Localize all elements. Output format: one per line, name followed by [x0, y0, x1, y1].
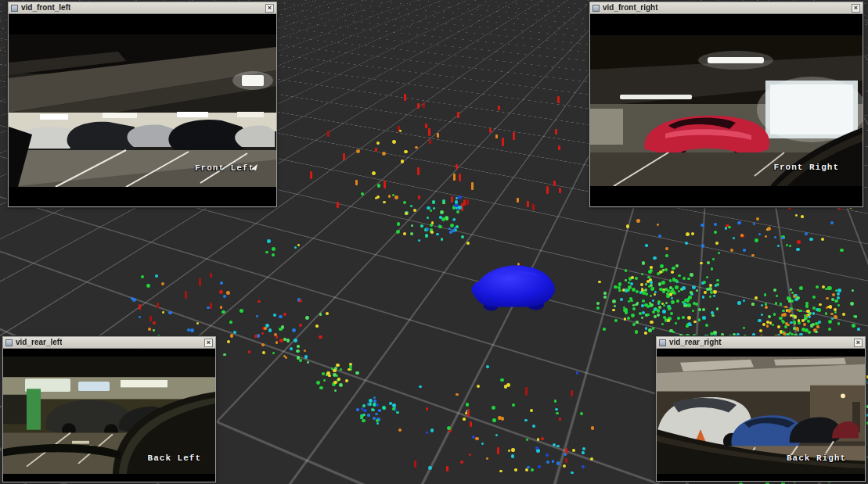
window-title: vid_front_right — [603, 4, 658, 12]
camera-label: Front Left — [195, 163, 254, 173]
video-content: Back Right — [657, 349, 865, 481]
camera-view-rear-right: Back Right — [657, 357, 865, 474]
window-icon — [5, 339, 13, 346]
close-icon[interactable]: × — [852, 4, 860, 13]
window-vid-rear-left: vid_rear_left × — [2, 336, 216, 482]
camera-label: Back Right — [787, 454, 846, 463]
video-content: Front Left — [9, 14, 276, 206]
video-content: Front Right — [590, 14, 863, 206]
close-icon[interactable]: × — [204, 339, 213, 347]
window-title: vid_rear_left — [16, 339, 62, 346]
app-root: { "scene": { "background": "#2d2d2d", "g… — [0, 0, 868, 484]
titlebar-vid-front-left[interactable]: vid_front_left × — [9, 2, 276, 14]
window-vid-front-left: vid_front_left × — [8, 2, 277, 207]
camera-label: Front Right — [773, 163, 839, 172]
window-title: vid_front_left — [21, 4, 70, 12]
camera-label: Back Left — [148, 454, 201, 463]
close-icon[interactable]: × — [265, 4, 274, 13]
titlebar-vid-front-right[interactable]: vid_front_right × — [590, 2, 863, 14]
window-vid-front-right: vid_front_right × — [589, 2, 863, 207]
close-icon[interactable]: × — [854, 339, 863, 347]
titlebar-vid-rear-right[interactable]: vid_rear_right × — [657, 337, 865, 349]
video-content: Back Left — [3, 349, 215, 482]
titlebar-vid-rear-left[interactable]: vid_rear_left × — [3, 337, 215, 349]
window-icon — [592, 5, 600, 12]
camera-view-rear-left: Back Left — [3, 357, 215, 474]
window-title: vid_rear_right — [669, 339, 722, 346]
ego-vehicle-model — [466, 261, 559, 313]
camera-view-front-left: Front Left — [9, 34, 276, 187]
window-vid-rear-right: vid_rear_right × — [656, 336, 866, 482]
camera-view-front-right: Front Right — [590, 35, 863, 186]
window-icon — [11, 5, 18, 12]
window-icon — [659, 339, 666, 346]
